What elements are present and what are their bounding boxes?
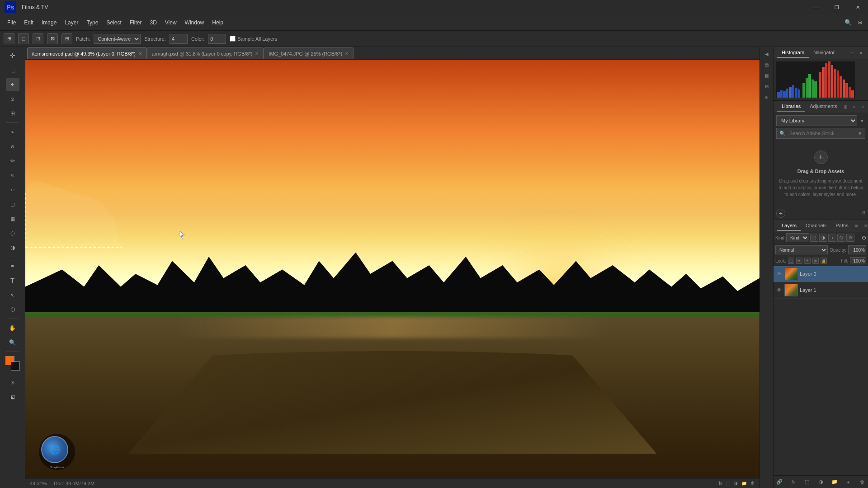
layer-new[interactable]: + — [844, 478, 853, 486]
color-input[interactable] — [208, 34, 226, 44]
lib-list-view[interactable]: ≡ — [851, 103, 858, 110]
gradient-tool[interactable]: ▦ — [6, 212, 19, 225]
shape-tool[interactable]: ⬡ — [6, 303, 19, 316]
lasso-tool[interactable]: ⌖ — [6, 78, 19, 91]
lib-dropdown-btn[interactable]: ▼ — [859, 117, 865, 124]
menu-select[interactable]: Select — [103, 18, 125, 28]
tab-close-2[interactable]: ✕ — [255, 51, 259, 56]
panel-toggle-3[interactable]: ▦ — [762, 70, 772, 80]
layers-header[interactable]: Layers Channels Paths ≡ ✕ — [774, 220, 868, 232]
close-button[interactable]: ✕ — [847, 0, 868, 14]
lock-all[interactable]: 🔒 — [821, 258, 827, 264]
menu-image[interactable]: Image — [38, 18, 60, 28]
move-tool[interactable]: ✛ — [6, 49, 19, 62]
layer-filter-shape[interactable]: ⬡ — [837, 234, 845, 242]
histogram-panel-menu[interactable]: ≡ — [848, 49, 855, 56]
lock-position[interactable]: ✛ — [804, 258, 811, 264]
tab-armagh[interactable]: armagh.psd @ 31.8% (Layer 0 copy, RGB/8*… — [147, 47, 264, 59]
text-tool[interactable]: T — [6, 274, 19, 287]
menu-filter[interactable]: Filter — [126, 18, 146, 28]
layers-panel-close[interactable]: ✕ — [862, 222, 868, 230]
layer-eye-1[interactable]: 👁 — [775, 286, 783, 294]
sample-all-checkbox[interactable]: Sample All Layers — [230, 36, 277, 42]
layer-filter-pixel[interactable]: ⬚ — [810, 234, 818, 242]
brush-tool[interactable]: ✏ — [6, 154, 19, 168]
lib-sync-icon[interactable]: ↺ — [861, 210, 865, 216]
patch-select[interactable]: Content-Aware Normal — [94, 34, 141, 44]
tool-btn-4[interactable]: ⊠ — [47, 33, 58, 44]
menu-3d[interactable]: 3D — [146, 18, 160, 28]
menu-view[interactable]: View — [161, 18, 180, 28]
menu-edit[interactable]: Edit — [20, 18, 37, 28]
panel-toggle-2[interactable]: ▤ — [762, 60, 772, 70]
status-icon-adjust[interactable]: ◑ — [734, 481, 738, 486]
layer-item-1[interactable]: 👁 Layer 1 — [774, 282, 868, 299]
path-select-tool[interactable]: ↖ — [6, 288, 19, 302]
blur-tool[interactable]: ◌ — [6, 226, 19, 240]
tab-close-1[interactable]: ✕ — [138, 51, 142, 56]
fill-input[interactable] — [850, 257, 866, 264]
tab-navigator[interactable]: Navigator — [809, 48, 839, 58]
selection-tool[interactable]: ⬚ — [6, 63, 19, 77]
crop-tool[interactable]: ⊞ — [6, 107, 19, 120]
eraser-tool[interactable]: ◻ — [6, 197, 19, 211]
tab-layers[interactable]: Layers — [777, 221, 801, 231]
layer-filter-smart[interactable]: ⊙ — [846, 234, 854, 242]
search-icon[interactable]: 🔍 — [844, 18, 853, 27]
quick-select-tool[interactable]: ⊙ — [6, 92, 19, 106]
menu-file[interactable]: File — [4, 18, 19, 28]
extra-tools[interactable]: ⋯ — [6, 404, 19, 418]
status-icon-mask[interactable]: ⬚ — [726, 481, 730, 486]
layer-fx[interactable]: fx — [789, 478, 797, 486]
layer-adjust[interactable]: ◑ — [817, 478, 825, 486]
minimize-button[interactable]: — — [806, 0, 826, 14]
panel-toggle-5[interactable]: ≡ — [762, 92, 772, 102]
search-dropdown-icon[interactable]: ▼ — [858, 131, 862, 136]
libraries-header[interactable]: Libraries Adjustments ⊞ ≡ ≡ ✕ — [774, 101, 868, 113]
lib-add-circle[interactable]: + — [814, 150, 828, 164]
pen-tool[interactable]: ✒ — [6, 259, 19, 273]
layer-filter-adjust[interactable]: ◑ — [819, 234, 827, 242]
status-icon-folder[interactable]: 📁 — [741, 481, 747, 486]
panel-toggle-4[interactable]: ⊞ — [762, 81, 772, 91]
layer-eye-0[interactable]: 👁 — [775, 270, 783, 277]
tool-btn-2[interactable]: □ — [18, 33, 29, 44]
tool-btn-5[interactable]: ⊞ — [61, 33, 72, 44]
dodge-tool[interactable]: ◑ — [6, 241, 19, 254]
history-tool[interactable]: ↩ — [6, 183, 19, 197]
tool-btn-3[interactable]: ⊡ — [33, 33, 43, 44]
quick-mask-tool[interactable]: ⊡ — [6, 375, 19, 389]
screen-mode[interactable]: ⬕ — [6, 390, 19, 404]
menu-window[interactable]: Window — [181, 18, 208, 28]
library-selector[interactable]: My Library — [776, 115, 857, 126]
color-swatches[interactable] — [5, 356, 20, 371]
layer-mask[interactable]: ⬚ — [803, 478, 811, 486]
lib-grid-view[interactable]: ⊞ — [842, 103, 849, 110]
layer-item-0[interactable]: 👁 Layer 0 — [774, 266, 868, 282]
eyedropper-tool[interactable]: ⌁ — [6, 125, 19, 139]
lock-pixels[interactable]: ✏ — [796, 258, 802, 264]
menu-help[interactable]: Help — [208, 18, 227, 28]
tool-btn-1[interactable]: ⊞ — [4, 33, 14, 44]
histogram-panel-close[interactable]: ✕ — [857, 49, 864, 56]
menu-type[interactable]: Type — [83, 18, 102, 28]
lib-panel-menu[interactable]: ≡ — [860, 103, 867, 110]
tab-paths[interactable]: Paths — [831, 221, 853, 231]
healing-tool[interactable]: ⌀ — [6, 140, 19, 153]
status-icon-trash[interactable]: 🗑 — [750, 481, 755, 486]
status-icon-fx[interactable]: fx — [719, 481, 722, 486]
blend-mode-select[interactable]: Normal Multiply Screen — [775, 245, 828, 254]
hand-tool[interactable]: ✋ — [6, 321, 19, 335]
tab-itemsremoved[interactable]: itemsremoved.psd @ 49.3% (Layer 0, RGB/8… — [27, 47, 147, 59]
layout-icon[interactable]: ⊞ — [855, 18, 864, 27]
lib-search-input[interactable] — [789, 131, 856, 136]
zoom-tool[interactable]: 🔍 — [6, 336, 19, 349]
layer-filter-select[interactable]: Kind — [786, 233, 809, 242]
clone-tool[interactable]: ⎋ — [6, 169, 19, 182]
layer-delete[interactable]: 🗑 — [858, 478, 866, 486]
histogram-header[interactable]: Histogram Navigator ≡ ✕ — [774, 47, 868, 59]
tab-adjustments[interactable]: Adjustments — [805, 102, 842, 112]
opacity-input[interactable] — [848, 245, 866, 254]
lib-new-item[interactable]: + — [776, 209, 785, 218]
tab-channels[interactable]: Channels — [801, 221, 831, 231]
